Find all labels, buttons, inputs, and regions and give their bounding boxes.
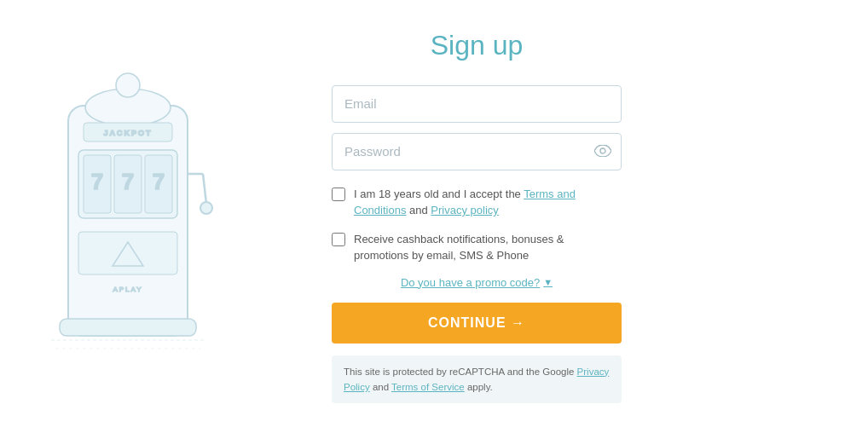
recaptcha-notice: This site is protected by reCAPTCHA and … <box>332 355 622 404</box>
page-title: Sign up <box>431 30 524 61</box>
recaptcha-terms-link[interactable]: Terms of Service <box>391 382 465 392</box>
password-wrapper <box>332 133 622 170</box>
svg-text:APLAY: APLAY <box>113 286 142 293</box>
signup-form: Sign up I am 18 years old <box>315 30 639 404</box>
svg-point-21 <box>600 148 605 153</box>
notifications-checkbox-row: Receive cashback notifications, bonuses … <box>332 231 622 264</box>
notifications-label: Receive cashback notifications, bonuses … <box>354 231 622 264</box>
show-password-icon[interactable] <box>594 144 611 159</box>
page-container: JACKPOT 7 7 7 APLAY <box>0 0 868 433</box>
svg-point-14 <box>200 202 212 214</box>
password-field[interactable] <box>332 133 622 170</box>
terms-label: I am 18 years old and I accept the Terms… <box>354 186 622 219</box>
continue-button[interactable]: CONTINUE → <box>332 303 622 344</box>
privacy-link[interactable]: Privacy policy <box>431 204 498 216</box>
slot-machine-illustration: JACKPOT 7 7 7 APLAY <box>26 46 230 387</box>
svg-rect-15 <box>78 232 177 274</box>
svg-text:7: 7 <box>153 169 165 194</box>
promo-code-toggle[interactable]: Do you have a promo code? ▼ <box>401 276 553 289</box>
svg-rect-18 <box>60 319 196 336</box>
promo-arrow-icon: ▼ <box>543 277 553 287</box>
svg-text:JACKPOT: JACKPOT <box>103 129 152 137</box>
svg-point-2 <box>116 73 140 97</box>
svg-line-23 <box>599 145 600 146</box>
email-field[interactable] <box>332 85 622 123</box>
terms-checkbox[interactable] <box>332 188 345 201</box>
svg-line-24 <box>606 145 607 146</box>
notifications-checkbox[interactable] <box>332 233 345 246</box>
svg-line-13 <box>203 174 206 204</box>
terms-checkbox-row: I am 18 years old and I accept the Terms… <box>332 186 622 219</box>
svg-text:7: 7 <box>122 169 134 194</box>
svg-text:7: 7 <box>91 169 103 194</box>
